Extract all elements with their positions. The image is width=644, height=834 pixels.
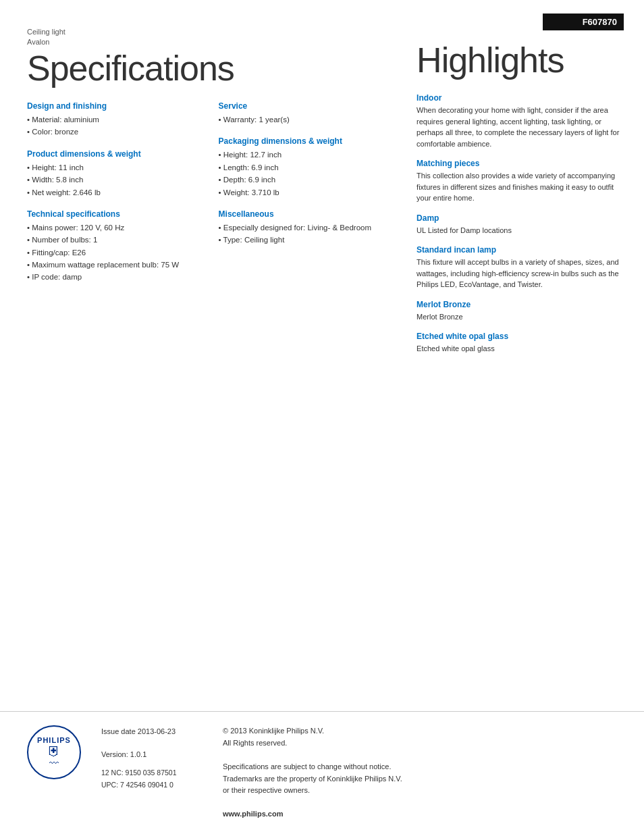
footer: PHILIPS ⛨ 〰 Issue date 2013-06-23 Versio… [0,711,644,834]
standard-incan-lamp-text: This fixture will accept bulbs in a vari… [417,257,624,290]
right-panel: F607870 Highlights Indoor When decoratin… [403,14,624,698]
specs-columns: Design and finishing Material: aluminium… [27,101,390,294]
product-dimensions-list: Height: 11 inch Width: 5.8 inch Net weig… [27,161,198,199]
design-finishing-title: Design and finishing [27,101,198,111]
indoor-title: Indoor [417,93,624,103]
packaging-dimensions-list: Height: 12.7 inch Length: 6.9 inch Depth… [219,149,390,199]
footer-meta: Issue date 2013-06-23 Version: 1.0.1 12 … [101,725,617,820]
technical-specs-title: Technical specifications [27,209,198,219]
technical-specs-list: Mains power: 120 V, 60 Hz Number of bulb… [27,221,198,284]
product-dimensions-title: Product dimensions & weight [27,149,198,159]
highlight-damp: Damp UL Listed for Damp locations [417,213,624,236]
highlight-merlot-bronze: Merlot Bronze Merlot Bronze [417,300,624,323]
section-packaging-dimensions: Packaging dimensions & weight Height: 12… [219,136,390,199]
logo-inner: PHILIPS ⛨ 〰 [37,736,71,768]
list-item: Material: aluminium [27,113,198,126]
list-item: Maximum wattage replacement bulb: 75 W [27,259,198,271]
specs-col-right: Service Warranty: 1 year(s) Packaging di… [219,101,390,294]
section-design-finishing: Design and finishing Material: aluminium… [27,101,198,138]
packaging-dimensions-title: Packaging dimensions & weight [219,136,390,146]
list-item: Especially designed for: Living- & Bedro… [219,221,390,234]
service-title: Service [219,101,390,111]
product-name-label: Avalon [27,38,49,46]
footer-right: © 2013 Koninklijke Philips N.V.All Right… [223,725,617,820]
logo-shield-icon: ⛨ [47,744,61,758]
matching-pieces-title: Matching pieces [417,159,624,168]
miscellaneous-list: Especially designed for: Living- & Bedro… [219,221,390,246]
etched-glass-title: Etched white opal glass [417,332,624,341]
main-content: Ceiling light Avalon Specifications Desi… [0,0,644,711]
specs-col-left: Design and finishing Material: aluminium… [27,101,198,294]
damp-title: Damp [417,213,624,223]
service-list: Warranty: 1 year(s) [219,113,390,126]
copyright-text: © 2013 Koninklijke Philips N.V.All Right… [223,725,617,749]
list-item: Weight: 3.710 lb [219,186,390,199]
list-item: Mains power: 120 V, 60 Hz [27,221,198,234]
matching-pieces-text: This collection also provides a wide var… [417,170,624,204]
philips-logo: PHILIPS ⛨ 〰 [27,725,81,779]
list-item: Depth: 6.9 inch [219,174,390,186]
damp-text: UL Listed for Damp locations [417,225,624,236]
list-item: Length: 6.9 inch [219,161,390,174]
highlight-etched-white-opal-glass: Etched white opal glass Etched white opa… [417,332,624,355]
etched-glass-text: Etched white opal glass [417,343,624,355]
miscellaneous-title: Miscellaneous [219,209,390,219]
list-item: Color: bronze [27,126,198,138]
page-wrapper: Ceiling light Avalon Specifications Desi… [0,0,644,834]
list-item: Fitting/cap: E26 [27,246,198,259]
product-code-container: F607870 [417,14,624,37]
footer-left: Issue date 2013-06-23 Version: 1.0.1 12 … [101,725,209,820]
version-label: Version: 1.0.1 [101,748,209,762]
logo-wave-icon: 〰 [49,758,59,768]
merlot-bronze-title: Merlot Bronze [417,300,624,309]
list-item: Number of bulbs: 1 [27,234,198,246]
indoor-text: When decorating your home with light, co… [417,105,624,149]
section-product-dimensions: Product dimensions & weight Height: 11 i… [27,149,198,199]
list-item: IP code: damp [27,271,198,283]
highlights-title: Highlights [417,41,624,80]
category-label: Ceiling light [27,28,65,36]
highlight-standard-incan-lamp: Standard incan lamp This fixture will ac… [417,245,624,290]
list-item: Warranty: 1 year(s) [219,113,390,126]
page-title: Specifications [27,49,390,88]
left-panel: Ceiling light Avalon Specifications Desi… [27,14,403,698]
list-item: Height: 12.7 inch [219,149,390,161]
disclaimer-text: Specifications are subject to change wit… [223,761,617,797]
product-code-bar: F607870 [543,14,624,30]
list-item: Height: 11 inch [27,161,198,174]
list-item: Net weight: 2.646 lb [27,186,198,199]
highlight-matching-pieces: Matching pieces This collection also pro… [417,159,624,204]
section-miscellaneous: Miscellaneous Especially designed for: L… [219,209,390,246]
list-item: Type: Ceiling light [219,234,390,246]
section-technical-specs: Technical specifications Mains power: 12… [27,209,198,284]
section-service: Service Warranty: 1 year(s) [219,101,390,126]
issue-date: Issue date 2013-06-23 [101,725,209,739]
design-finishing-list: Material: aluminium Color: bronze [27,113,198,138]
nc-upc: 12 NC: 9150 035 87501UPC: 7 42546 09041 … [101,767,209,791]
philips-website: www.philips.com [223,808,617,820]
list-item: Width: 5.8 inch [27,174,198,186]
standard-incan-lamp-title: Standard incan lamp [417,245,624,255]
merlot-bronze-text: Merlot Bronze [417,311,624,323]
breadcrumb: Ceiling light Avalon [27,27,390,48]
highlight-indoor: Indoor When decorating your home with li… [417,93,624,149]
